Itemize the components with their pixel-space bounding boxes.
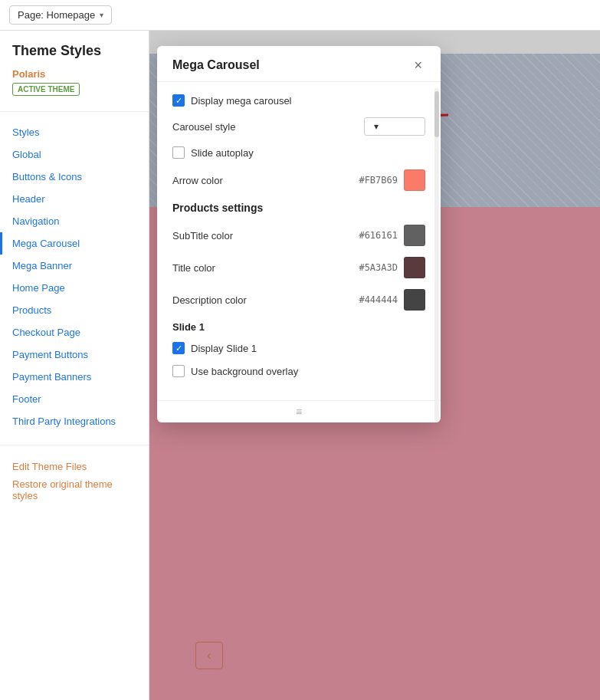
sidebar-item-home-page[interactable]: Home Page (0, 277, 149, 299)
edit-theme-files-link[interactable]: Edit Theme Files (12, 458, 136, 475)
active-theme-badge: ACTIVE THEME (12, 83, 80, 96)
main-layout: Theme Styles Polaris ACTIVE THEME Styles… (0, 31, 600, 700)
arrow-color-swatch[interactable] (404, 169, 425, 191)
subtitle-color-swatch[interactable] (404, 225, 425, 246)
modal-close-button[interactable]: × (411, 58, 425, 72)
theme-name: Polaris (12, 68, 136, 80)
description-color-row: Description color #444444 (172, 289, 425, 311)
title-color-label: Title color (172, 262, 359, 274)
sidebar-bottom: Edit Theme Files Restore original theme … (0, 445, 149, 504)
sidebar-item-payment-banners[interactable]: Payment Banners (0, 366, 149, 388)
modal-overlay: Mega Carousel × ✓ Display mega carousel … (149, 31, 600, 700)
sidebar-item-products[interactable]: Products (0, 299, 149, 321)
sidebar-item-checkout-page[interactable]: Checkout Page (0, 321, 149, 343)
sidebar-item-buttons-icons[interactable]: Buttons & Icons (0, 166, 149, 188)
arrow-color-row: Arrow color #FB7B69 (172, 169, 425, 191)
restore-original-link[interactable]: Restore original theme styles (12, 475, 136, 504)
display-mega-carousel-row: ✓ Display mega carousel (172, 94, 425, 107)
display-slide1-label: Display Slide 1 (191, 343, 257, 354)
sidebar-item-styles[interactable]: Styles (0, 121, 149, 143)
products-settings-title: Products settings (172, 202, 425, 214)
chevron-down-icon: ▾ (100, 11, 103, 19)
description-color-swatch[interactable] (404, 289, 425, 311)
sidebar-item-navigation[interactable]: Navigation (0, 210, 149, 232)
mega-carousel-modal: Mega Carousel × ✓ Display mega carousel … (157, 46, 441, 422)
sidebar-item-footer[interactable]: Footer (0, 388, 149, 410)
modal-header: Mega Carousel × (157, 46, 441, 82)
dropdown-chevron-icon: ▾ (374, 121, 379, 132)
sidebar-item-third-party[interactable]: Third Party Integrations (0, 410, 149, 432)
modal-scrollbar[interactable] (434, 88, 439, 422)
subtitle-color-row: SubTitle color #616161 (172, 225, 425, 246)
description-color-label: Description color (172, 294, 359, 306)
modal-scrollbar-thumb[interactable] (434, 91, 439, 137)
checkmark-icon: ✓ (175, 97, 182, 105)
slide-autoplay-row: Slide autoplay (172, 146, 425, 159)
top-bar: Page: Homepage ▾ (0, 0, 600, 31)
sidebar-title: Theme Styles (0, 43, 149, 68)
use-bg-overlay-row: Use background overlay (172, 365, 425, 377)
subtitle-color-value: #616161 (359, 230, 398, 241)
carousel-style-dropdown[interactable]: ▾ (364, 117, 425, 136)
display-mega-carousel-checkbox[interactable]: ✓ (172, 94, 185, 107)
display-slide1-checkbox[interactable]: ✓ (172, 342, 185, 354)
title-color-value: #5A3A3D (359, 262, 398, 273)
sidebar-item-mega-banner[interactable]: Mega Banner (0, 255, 149, 277)
sidebar-item-global[interactable]: Global (0, 143, 149, 166)
use-bg-overlay-checkbox[interactable] (172, 365, 185, 377)
page-select-label: Page: Homepage (18, 9, 95, 21)
sidebar: Theme Styles Polaris ACTIVE THEME Styles… (0, 31, 149, 700)
display-mega-carousel-label: Display mega carousel (191, 95, 292, 107)
subtitle-color-label: SubTitle color (172, 230, 359, 242)
arrow-color-value: #FB7B69 (359, 175, 398, 186)
display-slide1-row: ✓ Display Slide 1 (172, 342, 425, 354)
content-area: Global region S ‹ (149, 31, 600, 700)
sidebar-nav: Styles Global Buttons & Icons Header Nav… (0, 115, 149, 439)
modal-title: Mega Carousel (172, 58, 260, 72)
modal-body: ✓ Display mega carousel Carousel style ▾ (157, 82, 441, 400)
theme-info: Polaris ACTIVE THEME (0, 68, 149, 108)
sidebar-item-payment-buttons[interactable]: Payment Buttons (0, 343, 149, 366)
sidebar-divider (0, 111, 149, 112)
arrow-color-label: Arrow color (172, 175, 359, 186)
carousel-style-label: Carousel style (172, 121, 356, 133)
use-bg-overlay-label: Use background overlay (191, 366, 298, 377)
modal-resize-handle[interactable]: ≡ (157, 400, 441, 422)
slide-autoplay-label: Slide autoplay (191, 147, 254, 159)
carousel-style-row: Carousel style ▾ (172, 117, 425, 136)
slide-autoplay-checkbox[interactable] (172, 146, 185, 159)
checkmark-icon: ✓ (175, 344, 182, 353)
title-color-swatch[interactable] (404, 257, 425, 278)
page-select-dropdown[interactable]: Page: Homepage ▾ (9, 5, 112, 25)
title-color-row: Title color #5A3A3D (172, 257, 425, 278)
sidebar-item-header[interactable]: Header (0, 188, 149, 210)
sidebar-item-mega-carousel[interactable]: Mega Carousel (0, 232, 149, 255)
description-color-value: #444444 (359, 294, 398, 305)
slide1-section-title: Slide 1 (172, 321, 425, 333)
